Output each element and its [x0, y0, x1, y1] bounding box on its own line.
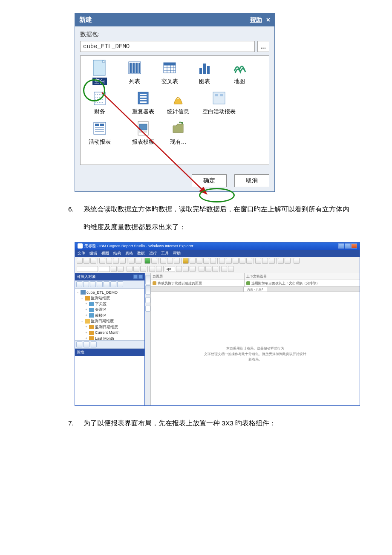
layout-icon[interactable]: [269, 258, 275, 264]
tree-search-icon[interactable]: [90, 281, 96, 287]
cut-icon[interactable]: [99, 258, 105, 264]
parent-icon[interactable]: [221, 266, 227, 272]
menu-view[interactable]: 视图: [101, 251, 109, 256]
borders-icon[interactable]: [190, 266, 196, 272]
window-close-button[interactable]: [351, 243, 357, 249]
template-repeater[interactable]: 重复器表: [126, 90, 161, 116]
data-tree[interactable]: -cube_ETL_DEMO -监测站维度+下关区+秦淮区+鼓楼区-监测日期维度…: [75, 289, 144, 341]
data-package-field[interactable]: cube_ETL_DEMO: [80, 41, 255, 52]
headers-icon[interactable]: [239, 258, 245, 264]
toolbox-tab-icon[interactable]: [91, 341, 97, 347]
page-explorer-tab[interactable]: [145, 275, 150, 284]
options-icon[interactable]: [228, 266, 234, 272]
cancel-button[interactable]: 取消: [234, 174, 269, 187]
font-color-icon[interactable]: [111, 266, 117, 272]
font-size-select[interactable]: [99, 266, 110, 272]
italic-icon[interactable]: [133, 266, 139, 272]
align-center-icon[interactable]: [156, 266, 162, 272]
tree-item[interactable]: +监测日期维度: [76, 324, 144, 330]
tree-refresh-icon[interactable]: [110, 281, 116, 287]
filter-icon[interactable]: [183, 258, 189, 264]
tree-label[interactable]: cube_ETL_DEMO: [86, 290, 118, 296]
tree-settings-icon[interactable]: [117, 281, 123, 287]
template-map[interactable]: 地图: [222, 59, 257, 85]
page-tab[interactable]: 页面 - 页面1: [243, 287, 267, 292]
template-existing[interactable]: 现有…: [161, 120, 196, 146]
run-icon[interactable]: [144, 258, 150, 264]
font-family-select[interactable]: [77, 266, 98, 272]
panel-collapse-icon[interactable]: [138, 275, 143, 279]
template-financial[interactable]: 财务: [82, 90, 117, 116]
align-left-icon[interactable]: [149, 266, 155, 272]
template-chart[interactable]: 图表: [187, 59, 222, 85]
redo-icon[interactable]: [135, 258, 141, 264]
report-canvas[interactable]: 本页采用统计布局。这是缺省样式行为 文字处理文档中的操作与此十分相似。拖放要添加…: [151, 292, 360, 405]
tree-item[interactable]: +秦淮区: [76, 307, 144, 313]
query-icon[interactable]: [285, 258, 291, 264]
open-icon[interactable]: [84, 258, 89, 264]
undo-icon[interactable]: [129, 258, 135, 264]
pivot-icon[interactable]: [226, 258, 232, 264]
variable-explorer-icon[interactable]: [145, 306, 150, 312]
menu-help[interactable]: 帮助: [173, 251, 181, 256]
template-list[interactable]: 列表: [117, 59, 152, 85]
new-icon[interactable]: [77, 258, 83, 264]
tree-options-icon[interactable]: [97, 281, 103, 287]
query-explorer-tab[interactable]: [145, 285, 150, 295]
sort-icon[interactable]: [190, 258, 196, 264]
menu-tools[interactable]: 工具: [161, 251, 169, 256]
ok-button[interactable]: 确定: [192, 174, 227, 187]
drill-icon[interactable]: [246, 258, 252, 264]
menu-structure[interactable]: 结构: [113, 251, 121, 256]
tree-create-icon[interactable]: [104, 281, 110, 287]
border-color-icon[interactable]: [183, 266, 189, 272]
border-style-icon[interactable]: [176, 266, 182, 272]
help-link[interactable]: 帮助: [250, 16, 262, 24]
help-icon[interactable]: [294, 258, 300, 264]
calc-icon[interactable]: [203, 258, 209, 264]
play-icon[interactable]: [151, 258, 157, 264]
paste-icon[interactable]: [113, 258, 119, 264]
browse-button[interactable]: …: [257, 41, 269, 52]
tree-item[interactable]: +鼓楼区: [76, 313, 144, 319]
tree-view-icon[interactable]: [83, 281, 89, 287]
data-items-tab-icon[interactable]: [84, 341, 89, 347]
forward-icon[interactable]: [174, 258, 180, 264]
maximize-button[interactable]: [345, 243, 351, 249]
copy-icon[interactable]: [106, 258, 112, 264]
condition-explorer-icon[interactable]: [145, 297, 150, 303]
tree-item[interactable]: +Last Month: [76, 336, 144, 341]
template-crosstab[interactable]: 交叉表: [152, 59, 187, 85]
delete-icon[interactable]: [120, 258, 126, 264]
minimize-button[interactable]: [338, 243, 344, 249]
section-icon[interactable]: [219, 258, 225, 264]
tree-item[interactable]: -监测日期维度: [76, 318, 144, 324]
source-tab-icon[interactable]: [76, 341, 82, 347]
group-icon[interactable]: [210, 258, 216, 264]
template-blank[interactable]: 空白: [82, 59, 117, 85]
bold-icon[interactable]: [127, 266, 133, 272]
page-icon[interactable]: [278, 258, 284, 264]
lock-icon[interactable]: [160, 258, 166, 264]
panel-dropdown-icon[interactable]: [133, 275, 138, 279]
template-active[interactable]: 活动报表: [82, 120, 117, 146]
border-width-select[interactable]: 1pt: [165, 266, 175, 272]
tree-item[interactable]: -监测站维度: [76, 295, 144, 301]
back-icon[interactable]: [167, 258, 173, 264]
menu-data[interactable]: 数据: [137, 251, 145, 256]
tree-item[interactable]: +Current Month: [76, 330, 144, 336]
menu-table[interactable]: 表格: [125, 251, 133, 256]
chart-icon[interactable]: [233, 258, 239, 264]
close-icon[interactable]: ×: [266, 16, 270, 24]
bg-color-icon[interactable]: [118, 266, 124, 272]
template-report-template[interactable]: 报表模板: [126, 120, 161, 146]
menu-edit[interactable]: 编辑: [89, 251, 97, 256]
menu-file[interactable]: 文件: [78, 251, 85, 256]
variable-icon[interactable]: [255, 258, 261, 264]
tree-member-icon[interactable]: [76, 281, 82, 287]
summarize-icon[interactable]: [196, 258, 202, 264]
style-icon[interactable]: [205, 266, 211, 272]
condition-icon[interactable]: [262, 258, 268, 264]
context-filter-dropzone[interactable]: 选用附加项目更改其上下文出现损（分排除）: [245, 280, 360, 286]
underline-icon[interactable]: [140, 266, 146, 272]
